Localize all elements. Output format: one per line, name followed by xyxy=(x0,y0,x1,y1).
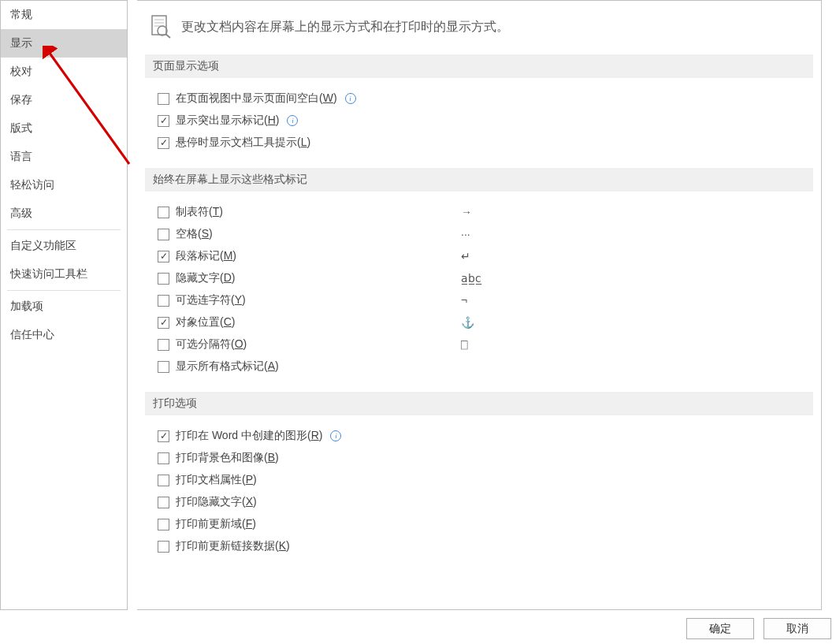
checkbox-D[interactable] xyxy=(158,273,169,285)
format-symbol-C: ⚓ xyxy=(461,316,474,329)
option-label-O[interactable]: 可选分隔符(O) xyxy=(176,337,247,352)
cancel-button[interactable]: 取消 xyxy=(764,618,831,639)
printing-options-row-4: 打印前更新域(F) xyxy=(158,513,813,535)
page-title: 更改文档内容在屏幕上的显示方式和在打印时的显示方式。 xyxy=(181,19,509,35)
option-label-M[interactable]: 段落标记(M) xyxy=(176,249,236,263)
main-panel: 更改文档内容在屏幕上的显示方式和在打印时的显示方式。 页面显示选项 在页面视图中… xyxy=(137,0,822,610)
format-marks-options-row-4: 可选连字符(Y)¬ xyxy=(158,289,813,311)
page-display-options-row-1: 显示突出显示标记(H)i xyxy=(158,110,813,132)
checkbox-R[interactable] xyxy=(158,430,169,442)
format-marks-options-row-2: 段落标记(M)↵ xyxy=(158,245,813,267)
checkbox-B[interactable] xyxy=(158,452,169,464)
checkbox-K[interactable] xyxy=(158,541,169,553)
sidebar-item-4[interactable]: 版式 xyxy=(1,114,127,143)
sidebar-item-9[interactable]: 快速访问工具栏 xyxy=(1,260,127,288)
checkbox-X[interactable] xyxy=(158,497,169,508)
format-marks-options-row-3: 隐藏文字(D)a̲b̲c̲ xyxy=(158,267,813,289)
printing-options: 打印在 Word 中创建的图形(R)i打印背景色和图像(B)打印文档属性(P)打… xyxy=(145,425,813,557)
format-symbol-M: ↵ xyxy=(461,250,470,262)
checkbox-A[interactable] xyxy=(158,361,169,373)
page-display-options-row-0: 在页面视图中显示页面间空白(W)i xyxy=(158,87,813,110)
format-symbol-S: ··· xyxy=(461,228,470,240)
checkbox-P[interactable] xyxy=(158,475,169,486)
section-header-format-marks: 始终在屏幕上显示这些格式标记 xyxy=(145,168,813,192)
option-label-L[interactable]: 悬停时显示文档工具提示(L) xyxy=(176,136,310,150)
sidebar-item-8[interactable]: 自定义功能区 xyxy=(1,232,127,260)
option-label-F[interactable]: 打印前更新域(F) xyxy=(176,517,256,531)
format-marks-options-row-1: 空格(S)··· xyxy=(158,223,813,245)
format-symbol-T: → xyxy=(461,206,472,218)
section-header-printing: 打印选项 xyxy=(145,392,813,415)
option-label-A[interactable]: 显示所有格式标记(A) xyxy=(176,359,279,374)
sidebar-item-7[interactable]: 高级 xyxy=(1,199,127,228)
format-symbol-Y: ¬ xyxy=(461,294,467,307)
option-label-W[interactable]: 在页面视图中显示页面间空白(W) xyxy=(176,91,337,106)
info-icon[interactable]: i xyxy=(287,115,298,126)
option-label-Y[interactable]: 可选连字符(Y) xyxy=(176,293,246,307)
ok-button[interactable]: 确定 xyxy=(686,618,754,639)
printing-options-row-5: 打印前更新链接数据(K) xyxy=(158,535,813,557)
format-marks-options-row-0: 制表符(T)→ xyxy=(158,201,813,223)
sidebar-item-11[interactable]: 信任中心 xyxy=(1,321,127,349)
option-label-D[interactable]: 隐藏文字(D) xyxy=(176,271,235,285)
printing-options-row-1: 打印背景色和图像(B) xyxy=(158,447,813,469)
display-options-icon xyxy=(150,15,172,39)
checkbox-Y[interactable] xyxy=(158,295,169,307)
svg-rect-0 xyxy=(152,16,166,35)
sidebar-divider xyxy=(7,290,121,291)
info-icon[interactable]: i xyxy=(345,93,356,104)
page-display-options: 在页面视图中显示页面间空白(W)i显示突出显示标记(H)i悬停时显示文档工具提示… xyxy=(145,87,813,154)
svg-line-5 xyxy=(165,34,170,38)
sidebar-item-2[interactable]: 校对 xyxy=(1,58,127,86)
option-label-R[interactable]: 打印在 Word 中创建的图形(R) xyxy=(176,429,322,443)
dialog-footer: 确定 取消 xyxy=(686,618,831,639)
checkbox-W[interactable] xyxy=(158,93,169,105)
sidebar-item-1[interactable]: 显示 xyxy=(1,29,127,58)
checkbox-T[interactable] xyxy=(158,207,169,218)
sidebar-item-0[interactable]: 常规 xyxy=(1,1,127,29)
printing-options-row-2: 打印文档属性(P) xyxy=(158,469,813,491)
page-title-row: 更改文档内容在屏幕上的显示方式和在打印时的显示方式。 xyxy=(145,15,813,39)
option-label-S[interactable]: 空格(S) xyxy=(176,227,213,241)
option-label-K[interactable]: 打印前更新链接数据(K) xyxy=(176,539,290,553)
checkbox-H[interactable] xyxy=(158,115,169,127)
sidebar-divider xyxy=(7,229,121,230)
option-label-C[interactable]: 对象位置(C) xyxy=(176,315,235,329)
page-display-options-row-2: 悬停时显示文档工具提示(L) xyxy=(158,132,813,154)
sidebar-item-3[interactable]: 保存 xyxy=(1,86,127,114)
sidebar-item-5[interactable]: 语言 xyxy=(1,143,127,171)
format-marks-options-row-6: 可选分隔符(O)⎕ xyxy=(158,333,813,356)
format-marks-options: 制表符(T)→空格(S)···段落标记(M)↵隐藏文字(D)a̲b̲c̲可选连字… xyxy=(145,201,813,378)
option-label-X[interactable]: 打印隐藏文字(X) xyxy=(176,495,257,509)
options-dialog: 常规显示校对保存版式语言轻松访问高级自定义功能区快速访问工具栏加载项信任中心 更… xyxy=(0,0,822,610)
checkbox-L[interactable] xyxy=(158,137,169,149)
format-marks-options-row-7: 显示所有格式标记(A) xyxy=(158,356,813,378)
option-label-P[interactable]: 打印文档属性(P) xyxy=(176,473,257,487)
option-label-H[interactable]: 显示突出显示标记(H) xyxy=(176,114,279,128)
info-icon[interactable]: i xyxy=(330,430,341,441)
sidebar: 常规显示校对保存版式语言轻松访问高级自定义功能区快速访问工具栏加载项信任中心 xyxy=(0,0,128,610)
printing-options-row-0: 打印在 Word 中创建的图形(R)i xyxy=(158,425,813,447)
section-header-page-display: 页面显示选项 xyxy=(145,54,813,78)
sidebar-item-6[interactable]: 轻松访问 xyxy=(1,171,127,199)
checkbox-F[interactable] xyxy=(158,519,169,530)
checkbox-C[interactable] xyxy=(158,317,169,329)
checkbox-M[interactable] xyxy=(158,251,169,262)
printing-options-row-3: 打印隐藏文字(X) xyxy=(158,491,813,513)
option-label-B[interactable]: 打印背景色和图像(B) xyxy=(176,451,279,465)
checkbox-S[interactable] xyxy=(158,229,169,240)
sidebar-item-10[interactable]: 加载项 xyxy=(1,292,127,321)
option-label-T[interactable]: 制表符(T) xyxy=(176,205,223,219)
format-symbol-O: ⎕ xyxy=(461,338,467,351)
checkbox-O[interactable] xyxy=(158,339,169,351)
format-marks-options-row-5: 对象位置(C)⚓ xyxy=(158,311,813,333)
format-symbol-D: a̲b̲c̲ xyxy=(461,272,481,285)
